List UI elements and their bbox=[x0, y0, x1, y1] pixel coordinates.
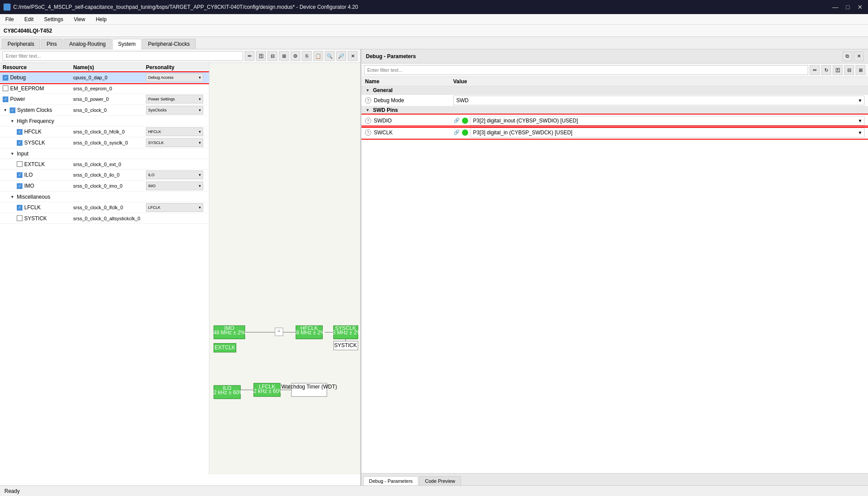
tree-row-lfclk[interactable]: LFCLK srss_0_clock_0_lfclk_0 LFCLK▾ bbox=[0, 202, 209, 213]
swclk-dropdown[interactable]: P3[3] digital_in (CYBSP_SWDCK) [USED] ▾ bbox=[470, 128, 864, 137]
personality-dropdown-imo[interactable]: IMO▾ bbox=[146, 181, 203, 190]
zoom-out-btn[interactable]: 🔎 bbox=[336, 51, 346, 61]
tree-row-extclk[interactable]: EXTCLK srss_0_clock_0_ext_0 bbox=[0, 159, 209, 170]
personality-power: Power Settings▾ bbox=[146, 95, 208, 104]
expander-input[interactable]: ▼ bbox=[10, 151, 15, 156]
personality-dropdown-power[interactable]: Power Settings▾ bbox=[146, 95, 203, 104]
label-imo: IMO bbox=[24, 183, 34, 189]
link-icon-swdio[interactable]: 🔗 bbox=[453, 117, 460, 124]
status-dot-swdio bbox=[462, 118, 468, 124]
status-bar: Ready bbox=[0, 485, 868, 496]
checkbox-hfclk[interactable] bbox=[17, 129, 22, 135]
checkbox-ilo[interactable] bbox=[17, 172, 22, 178]
tab-system[interactable]: System bbox=[112, 39, 142, 49]
paste-btn[interactable]: 📋 bbox=[313, 51, 323, 61]
personality-dropdown-lfclk[interactable]: LFCLK▾ bbox=[146, 203, 203, 212]
label-input: Input bbox=[17, 151, 29, 157]
checkbox-sysclocks[interactable] bbox=[10, 107, 15, 113]
right-refresh-btn[interactable]: ↻ bbox=[821, 65, 831, 75]
tree-row-sysclocks[interactable]: ▼ System Clocks srss_0_clock_0 SysClocks… bbox=[0, 105, 209, 116]
tree-row-input[interactable]: ▼ Input bbox=[0, 148, 209, 159]
names-power: srss_0_power_0 bbox=[73, 96, 146, 102]
bottom-tab-code-preview[interactable]: Code Preview bbox=[419, 476, 461, 485]
bottom-tab-debug-params[interactable]: Debug - Parameters bbox=[363, 476, 418, 485]
checkbox-power[interactable] bbox=[3, 96, 8, 102]
panel-close-btn[interactable]: ✕ bbox=[854, 52, 864, 61]
tree-row-hfclk[interactable]: HFCLK srss_0_clock_0_hfclk_0 HFCLK▾ bbox=[0, 126, 209, 137]
names-imo: srss_0_clock_0_imo_0 bbox=[73, 183, 146, 189]
personality-dropdown-hfclk[interactable]: HFCLK▾ bbox=[146, 127, 203, 136]
section-swd-pins[interactable]: ▼ SWD Pins bbox=[361, 106, 868, 115]
checkbox-systick[interactable] bbox=[17, 215, 22, 221]
right-panel-header: Debug - Parameters ⧉ ✕ bbox=[361, 49, 868, 63]
checkbox-debug[interactable] bbox=[3, 75, 8, 81]
checkbox-extclk[interactable] bbox=[17, 161, 22, 167]
tree-row-em-eeprom[interactable]: EM_EEPROM srss_0_eeprom_0 bbox=[0, 83, 209, 94]
checkbox-em-eeprom[interactable] bbox=[3, 85, 8, 91]
menu-view[interactable]: View bbox=[72, 15, 87, 23]
zoom-in-btn[interactable]: 🔍 bbox=[325, 51, 335, 61]
filter-btn[interactable]: ⚿ bbox=[256, 51, 266, 61]
filter-input[interactable] bbox=[3, 51, 243, 61]
window-controls: — □ ✕ bbox=[831, 3, 864, 11]
expander-sysclocks[interactable]: ▼ bbox=[3, 107, 8, 113]
personality-dropdown-debug[interactable]: Debug Access▾ bbox=[146, 73, 203, 82]
right-filter-input[interactable] bbox=[364, 65, 808, 75]
svg-text:48 MHz ± 2%: 48 MHz ± 2% bbox=[330, 329, 360, 336]
tree-row-high-freq[interactable]: ▼ High Frequency bbox=[0, 116, 209, 126]
help-icon-swclk[interactable]: ? bbox=[365, 130, 371, 136]
param-row-swclk: ? SWCLK 🔗 P3[3] digital_in (CYBSP_SWDCK)… bbox=[361, 126, 868, 139]
tree-row-ilo[interactable]: ILO srss_0_clock_0_ilo_0 ILO▾ bbox=[0, 170, 209, 181]
tree-row-debug[interactable]: Debug cpuss_0_dap_0 Debug Access▾ bbox=[0, 72, 209, 83]
tab-analog-routing[interactable]: Analog-Routing bbox=[63, 39, 112, 49]
expand-all-btn[interactable]: ⊞ bbox=[279, 51, 289, 61]
right-filter-btn[interactable]: ⚿ bbox=[833, 65, 842, 75]
section-general[interactable]: ▼ General bbox=[361, 86, 868, 95]
settings-btn[interactable]: ⚙ bbox=[291, 51, 300, 61]
maximize-button[interactable]: □ bbox=[843, 3, 852, 11]
help-icon-swdio[interactable]: ? bbox=[365, 118, 371, 124]
menu-file[interactable]: File bbox=[4, 15, 15, 23]
right-collapse-btn[interactable]: ⊟ bbox=[844, 65, 854, 75]
tab-pins[interactable]: Pins bbox=[41, 39, 63, 49]
tree-row-sysclk[interactable]: SYSCLK srss_0_clock_0_sysclk_0 SYSCLK▾ bbox=[0, 137, 209, 148]
tree-row-misc[interactable]: ▼ Miscellaneous bbox=[0, 192, 209, 202]
right-clear-filter-btn[interactable]: ✏ bbox=[810, 65, 820, 75]
minimize-button[interactable]: — bbox=[831, 3, 840, 11]
menu-edit[interactable]: Edit bbox=[22, 15, 35, 23]
copy-btn[interactable]: ⎘ bbox=[302, 51, 312, 61]
tab-peripherals[interactable]: Peripherals bbox=[2, 39, 40, 49]
panel-restore-btn[interactable]: ⧉ bbox=[842, 52, 852, 61]
expander-general[interactable]: ▼ bbox=[365, 88, 370, 93]
canvas-area: IMO 48 MHz ± 2% EXTCLK ILO 32 kHz ± 60% … bbox=[209, 63, 360, 474]
collapse-all-btn[interactable]: ⊟ bbox=[268, 51, 277, 61]
personality-dropdown-sysclocks[interactable]: SysClocks▾ bbox=[146, 106, 203, 115]
help-icon-debug-mode[interactable]: ? bbox=[365, 97, 371, 104]
expander-misc[interactable]: ▼ bbox=[10, 194, 15, 200]
device-label: CY8C4046LQI-T452 bbox=[4, 28, 52, 34]
label-systick: SYSTICK bbox=[24, 215, 47, 222]
resource-panel: Resource Name(s) Personality Debug cpuss… bbox=[0, 63, 360, 474]
tree-row-imo[interactable]: IMO srss_0_clock_0_imo_0 IMO▾ bbox=[0, 181, 209, 192]
clear-filter-btn[interactable]: ✏ bbox=[245, 51, 254, 61]
tab-peripheral-clocks[interactable]: Peripheral-Clocks bbox=[142, 39, 196, 49]
tree-row-systick[interactable]: SYSTICK srss_0_clock_0_altsystickclk_0 bbox=[0, 213, 209, 224]
expander-high-freq[interactable]: ▼ bbox=[10, 118, 15, 124]
tree-area: Resource Name(s) Personality Debug cpuss… bbox=[0, 63, 209, 474]
debug-mode-dropdown[interactable]: SWD ▾ bbox=[453, 96, 864, 105]
reset-btn[interactable]: ✕ bbox=[348, 51, 358, 61]
swdio-dropdown[interactable]: P3[2] digital_inout (CYBSP_SWDIO) [USED]… bbox=[470, 116, 864, 126]
menu-settings[interactable]: Settings bbox=[42, 15, 65, 23]
checkbox-sysclk[interactable] bbox=[17, 140, 22, 146]
checkbox-lfclk[interactable] bbox=[17, 205, 22, 211]
menu-help[interactable]: Help bbox=[94, 15, 108, 23]
expander-swd-pins[interactable]: ▼ bbox=[365, 107, 370, 113]
right-expand-btn[interactable]: ⊞ bbox=[856, 65, 865, 75]
close-button[interactable]: ✕ bbox=[856, 3, 864, 11]
checkbox-imo[interactable] bbox=[17, 183, 22, 189]
personality-dropdown-ilo[interactable]: ILO▾ bbox=[146, 170, 203, 179]
personality-dropdown-sysclk[interactable]: SYSCLK▾ bbox=[146, 138, 203, 147]
link-icon-swclk[interactable]: 🔗 bbox=[453, 129, 460, 136]
tree-row-power[interactable]: Power srss_0_power_0 Power Settings▾ bbox=[0, 94, 209, 105]
swdio-value: P3[2] digital_inout (CYBSP_SWDIO) [USED] bbox=[473, 118, 578, 124]
